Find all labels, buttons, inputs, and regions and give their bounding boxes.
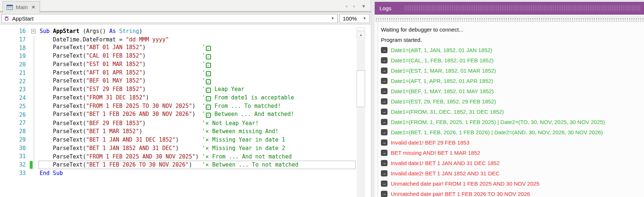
sub-selector-arrow-icon[interactable]: ▼ <box>331 17 334 20</box>
logs-panel: Logs Waiting for debugger to connect...P… <box>375 0 644 197</box>
fold-margin[interactable] <box>29 127 39 136</box>
fold-scope-line <box>34 77 34 86</box>
zoom-selector[interactable]: 100% ▼ <box>339 14 370 23</box>
code-line[interactable]: 30 ParseText("BET 1 JAN 1852 AND 31 DEC"… <box>0 144 356 153</box>
log-entry[interactable]: →Unmatched date pair! BET 1 FEB 2026 TO … <box>381 189 643 197</box>
line-number: 29 <box>0 136 29 144</box>
scrollbar-gripper[interactable] <box>357 28 365 30</box>
editor-vertical-scrollbar[interactable]: ▲ <box>357 28 365 197</box>
log-entry-text: Date1=(FROM, 31, DEC, 1852, 31 DEC 1852) <box>391 109 504 115</box>
zoom-selector-value: 100% <box>343 15 357 22</box>
fold-scope-line <box>34 94 34 102</box>
fold-collapse-icon[interactable]: − <box>31 29 36 33</box>
tab-bar: Main ✕ ◂ ▸ ▼ <box>0 0 371 12</box>
nav-back-icon[interactable]: ◂ <box>345 4 348 9</box>
log-entry[interactable]: Waiting for debugger to connect... <box>381 24 643 34</box>
log-arrow-icon: → <box>381 98 388 105</box>
code-line[interactable]: 25 ParseText("FROM 1 FEB 2025 TO 30 NOV … <box>0 102 356 111</box>
log-entry[interactable]: →Date1=(FROM, 1, FEB, 2025, 1 FEB 2025) … <box>381 117 643 127</box>
zoom-selector-arrow-icon[interactable]: ▼ <box>363 17 366 20</box>
logs-output[interactable]: Waiting for debugger to connect...Progra… <box>378 22 644 197</box>
code-line[interactable]: 17 DateTime.DateFormat = "dd MMM yyyy" <box>0 36 356 44</box>
fold-margin[interactable] <box>29 161 39 169</box>
log-entry[interactable]: →Date1=(EST, 1, MAR, 1852, 01 MAR 1852) <box>381 65 643 76</box>
log-entry-text: Date1=(CAL, 1, FEB, 1852, 01 FEB 1852) <box>391 57 494 63</box>
fold-margin[interactable] <box>29 77 39 86</box>
code-line[interactable]: 19 ParseText("CAL 01 FEB 1852") '✓ <box>0 52 356 61</box>
fold-margin[interactable] <box>29 61 39 69</box>
code-lines: 16−Sub AppStart (Args() As String)17 Dat… <box>0 27 356 178</box>
sub-selector[interactable]: AppStart ▼ <box>1 14 338 23</box>
log-entry[interactable]: →Date1=(BET, 1, FEB, 2026, 1 FEB 2026) |… <box>381 127 643 137</box>
nav-forward-icon[interactable]: ▸ <box>353 4 356 9</box>
fold-scope-line <box>34 127 34 136</box>
log-entry[interactable]: →Date1=(FROM, 31, DEC, 1852, 31 DEC 1852… <box>381 106 643 117</box>
log-entry[interactable]: Program started. <box>381 34 643 45</box>
code-line-text: ParseText("FROM 1 FEB 2025 AND 30 NOV 20… <box>39 152 356 161</box>
log-entry[interactable]: →Date1=(ABT, 1, JAN, 1852, 01 JAN 1852) <box>381 45 643 55</box>
tab-main[interactable]: Main ✕ <box>3 1 40 13</box>
code-line-text: ParseText("BEF 29 FEB 1853") '✕ Not Leap… <box>39 119 356 127</box>
scrollbar-thumb[interactable] <box>357 70 365 107</box>
fold-margin[interactable] <box>29 36 39 44</box>
fold-margin[interactable] <box>29 52 39 61</box>
log-arrow-icon: → <box>381 57 388 63</box>
gutter-change-marker <box>30 161 33 169</box>
scrollbar-track[interactable] <box>357 39 365 197</box>
code-line[interactable]: 31 ParseText("FROM 1 FEB 2025 AND 30 NOV… <box>0 152 356 161</box>
code-line[interactable]: 29 ParseText("BET 1 JAN AND 31 DEC 1852"… <box>0 136 356 144</box>
code-line[interactable]: 33End Sub <box>0 169 356 178</box>
log-entry-text: Invalid date1! BET 1 JAN AND 31 DEC 1852 <box>391 160 500 166</box>
fold-margin[interactable] <box>29 111 39 119</box>
code-line[interactable]: 20 ParseText("EST 01 MAR 1852") '✓ <box>0 61 356 69</box>
scroll-up-icon[interactable]: ▲ <box>357 31 365 38</box>
tab-list-dropdown-icon[interactable]: ▼ <box>361 4 366 9</box>
fold-margin[interactable] <box>29 94 39 102</box>
fold-margin[interactable] <box>29 85 39 94</box>
panel-splitter[interactable] <box>372 0 375 197</box>
log-entry[interactable]: →Invalid date2! BET 1 JAN 1852 AND 31 DE… <box>381 168 643 178</box>
code-line[interactable]: 28 ParseText("BET 1 MAR 1852") '✕ Betwee… <box>0 127 356 136</box>
code-area[interactable]: 16−Sub AppStart (Args() As String)17 Dat… <box>0 26 371 197</box>
line-number: 30 <box>0 144 29 153</box>
log-entry[interactable]: →Date1=(EST, 29, FEB, 1852, 29 FEB 1852) <box>381 96 643 106</box>
log-entry[interactable]: →Date1=(BEF, 1, MAY, 1852, 01 MAY 1852) <box>381 86 643 96</box>
log-arrow-icon: → <box>381 191 388 197</box>
log-entry[interactable]: →Date1=(CAL, 1, FEB, 1852, 01 FEB 1852) <box>381 55 643 65</box>
log-entry[interactable]: →Invalid date1! BEF 29 FEB 1853 <box>381 137 643 147</box>
fold-margin[interactable] <box>29 169 39 178</box>
code-line[interactable]: 26 ParseText("BET 1 FEB 2026 AND 30 NOV … <box>0 111 356 119</box>
fold-margin[interactable] <box>29 136 39 144</box>
fold-margin[interactable] <box>29 69 39 77</box>
line-number: 16 <box>0 27 29 36</box>
code-line[interactable]: 23 ParseText("EST 29 FEB 1852") '✓ Leap … <box>0 85 356 94</box>
log-entry[interactable]: →Date1=(AFT, 1, APR, 1852, 01 APR 1852) <box>381 76 643 86</box>
log-entry-text: Date1=(EST, 1, MAR, 1852, 01 MAR 1852) <box>391 68 496 74</box>
log-arrow-icon: → <box>381 68 388 74</box>
code-line[interactable]: 27 ParseText("BEF 29 FEB 1853") '✕ Not L… <box>0 119 356 127</box>
checkbox-checked-icon: ✓ <box>206 46 211 51</box>
fold-margin[interactable] <box>29 119 39 127</box>
fold-margin[interactable] <box>29 44 39 52</box>
tab-close-icon[interactable]: ✕ <box>31 4 36 10</box>
logs-panel-header[interactable]: Logs <box>375 2 644 15</box>
code-line-text: ParseText("EST 01 MAR 1852") '✓ <box>39 61 356 69</box>
code-line[interactable]: 24 ParseText("FROM 31 DEC 1852") '✓ From… <box>0 94 356 102</box>
code-line[interactable]: 18 ParseText("ABT 01 JAN 1852") '✓ <box>0 44 356 52</box>
fold-margin[interactable] <box>29 144 39 153</box>
code-line[interactable]: 22 ParseText("BEF 01 MAY 1852") '✓ <box>0 77 356 86</box>
fold-margin[interactable] <box>29 102 39 111</box>
log-entry[interactable]: →Unmatched date pair! FROM 1 FEB 2025 AN… <box>381 178 643 189</box>
log-arrow-icon: → <box>381 139 388 146</box>
code-line[interactable]: 16−Sub AppStart (Args() As String) <box>0 27 356 36</box>
log-entry[interactable]: →BET missing AND! BET 1 MAR 1852 <box>381 147 643 158</box>
fold-scope-line <box>34 136 34 144</box>
log-entry[interactable]: →Invalid date1! BET 1 JAN AND 31 DEC 185… <box>381 158 643 168</box>
logs-resize-handle[interactable] <box>375 17 644 22</box>
code-line[interactable]: 21 ParseText("AFT 01 APR 1852") '✓ <box>0 69 356 77</box>
checkbox-checked-icon: ✓ <box>206 54 211 59</box>
fold-margin[interactable] <box>29 152 39 161</box>
code-line-text: ParseText("BET 1 JAN 1852 AND 31 DEC") '… <box>39 144 356 153</box>
code-line[interactable]: 32 ParseText("BET 1 FEB 2026 TO 30 NOV 2… <box>0 161 356 169</box>
fold-margin[interactable]: − <box>29 27 39 36</box>
